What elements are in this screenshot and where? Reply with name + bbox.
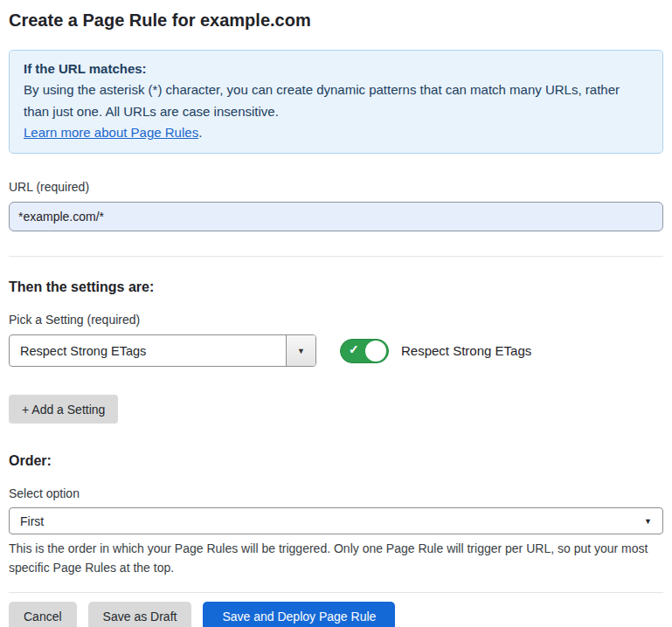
order-select-label: Select option <box>9 486 663 500</box>
cancel-button[interactable]: Cancel <box>9 602 77 627</box>
dropdown-arrow-icon: ▼ <box>297 347 305 355</box>
page-title: Create a Page Rule for example.com <box>9 10 663 31</box>
toggle-knob <box>365 341 386 362</box>
etags-toggle-wrap: ✓ Respect Strong ETags <box>340 339 531 363</box>
save-deploy-button[interactable]: Save and Deploy Page Rule <box>203 602 395 627</box>
chevron-down-icon: ▼ <box>644 517 652 526</box>
pick-setting-label: Pick a Setting (required) <box>9 313 663 327</box>
learn-more-link[interactable]: Learn more about Page Rules <box>24 125 198 140</box>
link-suffix: . <box>198 125 202 140</box>
setting-select-arrow-button[interactable]: ▼ <box>286 335 315 366</box>
save-draft-button[interactable]: Save as Draft <box>88 602 192 627</box>
footer-divider <box>9 592 663 593</box>
setting-select[interactable]: Respect Strong ETags ▼ <box>9 334 316 367</box>
etags-toggle-label: Respect Strong ETags <box>401 343 531 358</box>
order-heading: Order: <box>9 453 663 469</box>
form-actions: Cancel Save as Draft Save and Deploy Pag… <box>9 602 663 627</box>
url-input[interactable] <box>9 202 663 231</box>
add-setting-button[interactable]: + Add a Setting <box>9 395 118 424</box>
info-box-body: By using the asterisk (*) character, you… <box>24 79 648 122</box>
url-label: URL (required) <box>9 180 663 194</box>
etags-toggle[interactable]: ✓ <box>340 339 389 363</box>
order-help-text: This is the order in which your Page Rul… <box>9 540 663 577</box>
settings-heading: Then the settings are: <box>9 279 663 295</box>
url-match-info-box: If the URL matches: By using the asteris… <box>9 50 663 154</box>
order-select-value: First <box>20 514 44 528</box>
info-box-heading: If the URL matches: <box>24 59 648 79</box>
setting-select-value: Respect Strong ETags <box>10 335 286 366</box>
setting-row: Respect Strong ETags ▼ ✓ Respect Strong … <box>9 334 663 367</box>
section-divider <box>9 256 663 257</box>
page-rule-form: Create a Page Rule for example.com If th… <box>0 0 672 627</box>
check-icon: ✓ <box>349 342 359 356</box>
info-box-link-line: Learn more about Page Rules. <box>24 122 648 143</box>
order-select[interactable]: First ▼ <box>9 507 663 534</box>
